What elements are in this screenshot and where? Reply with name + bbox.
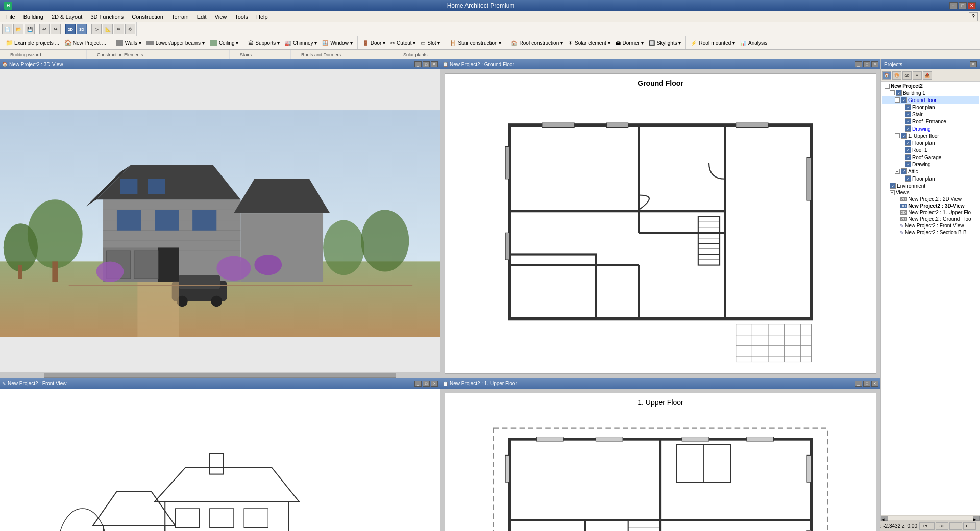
tree-check-floorplan-g[interactable]: ✓ (905, 104, 911, 110)
sidebar-scrollbar[interactable]: ◂ ▸ (881, 515, 980, 521)
tree-item-attic[interactable]: − ✓ Attic (882, 168, 979, 175)
tree-item-section-bb[interactable]: ✎ New Project2 : Section B-B (882, 229, 979, 236)
sidebar-text-btn[interactable]: ab (902, 71, 912, 80)
menu-view[interactable]: View (211, 13, 231, 21)
tree-expand-ground[interactable]: − (895, 97, 900, 103)
status-btn-fi[interactable]: FI... (963, 522, 976, 530)
tree-check-roof-garage[interactable]: ✓ (905, 154, 911, 160)
redo-icon[interactable]: ↪ (51, 24, 61, 34)
analysis-button[interactable]: 📊 Analysis (738, 39, 770, 47)
menu-3d-functions[interactable]: 3D Functions (86, 13, 128, 21)
tree-check-upper[interactable]: ✓ (901, 133, 907, 139)
tree-check-attic[interactable]: ✓ (901, 168, 907, 174)
tree-item-floor-plan-a[interactable]: ✓ Floor plan (882, 175, 979, 182)
panel-ground-maximize[interactable]: □ (863, 61, 870, 67)
tree-item-ground-floor[interactable]: − ✓ Ground floor (882, 96, 979, 104)
tree-check-roof1[interactable]: ✓ (905, 147, 911, 153)
tree-item-2d-upper[interactable]: 2D New Project2 : 1. Upper Flo (882, 209, 979, 216)
tree-item-stair[interactable]: ✓ Stair (882, 111, 979, 118)
move-icon[interactable]: ✥ (125, 24, 135, 34)
new-project-button[interactable]: 🏠 New Project ... (62, 38, 109, 47)
tree-expand-upper[interactable]: − (895, 133, 900, 138)
menu-edit[interactable]: Edit (193, 13, 211, 21)
supports-button[interactable]: 🏛 Supports ▾ (246, 39, 282, 47)
panel-3d-maximize[interactable]: □ (423, 61, 430, 67)
panel-ground-minimize[interactable]: _ (855, 61, 862, 67)
menu-construction[interactable]: Construction (128, 13, 167, 21)
sidebar-new-btn[interactable]: 🏠 (882, 71, 891, 80)
panel-front-minimize[interactable]: _ (414, 381, 422, 387)
tree-item-roof1[interactable]: ✓ Roof 1 (882, 146, 979, 154)
sidebar-export-btn[interactable]: 📤 (923, 71, 932, 80)
panel-front-maximize[interactable]: □ (423, 381, 430, 387)
menu-2d-layout[interactable]: 2D & Layout (47, 13, 87, 21)
tree-expand-views[interactable]: − (890, 190, 895, 195)
window-button[interactable]: 🪟 Window ▾ (320, 39, 355, 47)
sidebar-scroll-left[interactable]: ◂ (881, 516, 888, 521)
help-button[interactable]: ? (969, 12, 978, 21)
stair-construction-button[interactable]: 🪜 Stair construction ▾ (447, 39, 504, 47)
tree-item-roof-entrance[interactable]: ✓ Roof_Entrance (882, 118, 979, 125)
tree-check-drawing-g[interactable]: ✓ (905, 125, 911, 132)
tree-item-building1[interactable]: − ✓ Building 1 (882, 89, 979, 96)
cutout-button[interactable]: ✂ Cutout ▾ (388, 39, 418, 47)
tree-check-environment[interactable]: ✓ (890, 183, 896, 189)
menu-file[interactable]: File (2, 13, 19, 21)
tree-item-views[interactable]: − Views (882, 189, 979, 196)
door-button[interactable]: 🚪 Door ▾ (360, 39, 388, 47)
tree-item-drawing-g[interactable]: ✓ Drawing (882, 125, 979, 132)
sidebar-scroll-right[interactable]: ▸ (973, 516, 980, 521)
measure-icon[interactable]: 📐 (103, 24, 113, 34)
maximize-button[interactable]: □ (959, 2, 967, 9)
tree-item-floor-plan-u[interactable]: ✓ Floor plan (882, 139, 979, 146)
chimney-button[interactable]: 🏭 Chimney ▾ (282, 39, 320, 47)
undo-icon[interactable]: ↩ (39, 24, 50, 34)
menu-tools[interactable]: Tools (231, 13, 252, 21)
dormer-button[interactable]: 🏔 Dormer ▾ (613, 39, 646, 47)
walls-button[interactable]: Walls ▾ (113, 39, 144, 47)
tree-item-upper-floor[interactable]: − ✓ 1. Upper floor (882, 132, 979, 139)
sidebar-list-btn[interactable]: ≡ (913, 71, 922, 80)
tree-item-2d-view[interactable]: 2D New Project2 : 2D View (882, 196, 979, 203)
new-icon[interactable]: 📄 (2, 24, 12, 34)
tree-check-drawing-u[interactable]: ✓ (905, 161, 911, 167)
tree-item-project[interactable]: − New Project2 (882, 83, 979, 89)
panel-3d-minimize[interactable]: _ (414, 61, 422, 67)
example-projects-button[interactable]: 📁 Example projects ... (3, 38, 62, 47)
skylights-button[interactable]: 🔲 Skylights ▾ (646, 39, 684, 47)
sidebar-close[interactable]: ✕ (970, 61, 977, 67)
panel-front-close[interactable]: ✕ (431, 381, 438, 387)
select-icon[interactable]: ▷ (91, 24, 102, 34)
minimize-button[interactable]: − (949, 2, 958, 9)
tree-item-environment[interactable]: ✓ Environment (882, 182, 979, 189)
menu-help[interactable]: Help (252, 13, 272, 21)
panel-3d-close[interactable]: ✕ (431, 61, 438, 67)
lower-upper-beams-button[interactable]: Lower/upper beams ▾ (144, 39, 207, 47)
save-icon[interactable]: 💾 (24, 24, 35, 34)
tree-check-roof-entrance[interactable]: ✓ (905, 118, 911, 124)
tree-check-ground[interactable]: ✓ (901, 97, 907, 103)
menu-terrain[interactable]: Terrain (167, 13, 193, 21)
3d-toggle[interactable]: 3D (77, 24, 87, 34)
tree-item-3d-view[interactable]: 3D New Project2 : 3D-View (882, 203, 979, 209)
roof-mounted-button[interactable]: ⚡ Roof mounted ▾ (688, 39, 738, 47)
panel-ground-close[interactable]: ✕ (871, 61, 878, 67)
tree-expand-building1[interactable]: − (890, 90, 895, 95)
menu-building[interactable]: Building (19, 13, 47, 21)
sidebar-color-btn[interactable]: 🎨 (892, 71, 901, 80)
tree-check-building1[interactable]: ✓ (896, 90, 902, 96)
close-button[interactable]: ✕ (968, 2, 976, 9)
panel-upper-minimize[interactable]: _ (855, 381, 862, 387)
edit-tool-icon[interactable]: ✏ (114, 24, 124, 34)
2d-toggle[interactable]: 2D (65, 24, 76, 34)
slot-button[interactable]: ▭ Slot ▾ (418, 39, 443, 47)
roof-construction-button[interactable]: 🏠 Roof construction ▾ (508, 39, 566, 47)
tree-check-floorplan-a[interactable]: ✓ (905, 175, 911, 182)
tree-item-drawing-u[interactable]: ✓ Drawing (882, 161, 979, 168)
ceiling-button[interactable]: Ceiling ▾ (207, 39, 241, 47)
tree-expand-attic[interactable]: − (895, 169, 900, 174)
panel-upper-close[interactable]: ✕ (871, 381, 878, 387)
tree-item-front-view[interactable]: ✎ New Project2 : Front View (882, 222, 979, 229)
status-btn-dots[interactable]: ... (949, 522, 962, 530)
tree-expand-project[interactable]: − (885, 84, 890, 89)
